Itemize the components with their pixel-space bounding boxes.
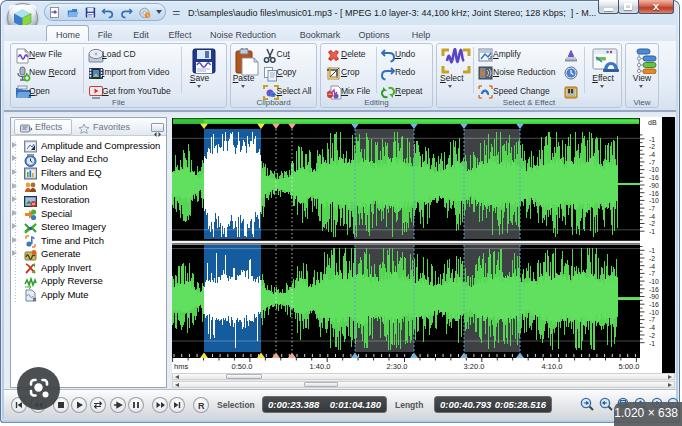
svg-text:-4: -4 [649,151,655,158]
svg-text:-1: -1 [649,136,655,143]
svg-text:-1: -1 [649,340,655,347]
svg-text:-7: -7 [649,270,655,277]
svg-text:-16: -16 [649,174,659,181]
svg-text:-1: -1 [649,247,655,254]
svg-text:-10: -10 [649,278,659,285]
svg-text:-7: -7 [649,205,655,212]
svg-text:-16: -16 [649,286,659,293]
svg-text:-16: -16 [649,301,659,308]
svg-text:-1: -1 [649,228,655,235]
svg-text:-90: -90 [649,293,659,300]
svg-text:-2: -2 [649,143,655,150]
svg-text:-10: -10 [649,166,659,173]
svg-text:-7: -7 [649,159,655,166]
svg-text:-4: -4 [649,213,655,220]
svg-text:-2: -2 [649,255,655,262]
svg-text:-4: -4 [649,263,655,270]
svg-text:-90: -90 [649,182,659,189]
svg-text:-10: -10 [649,309,659,316]
svg-text:-2: -2 [649,332,655,339]
svg-text:R: R [198,401,205,411]
svg-text:-10: -10 [649,197,659,204]
svg-text:-7: -7 [649,316,655,323]
svg-text:-2: -2 [649,220,655,227]
svg-text:dB: dB [648,119,657,126]
svg-text:-16: -16 [649,190,659,197]
svg-text:-4: -4 [649,324,655,331]
